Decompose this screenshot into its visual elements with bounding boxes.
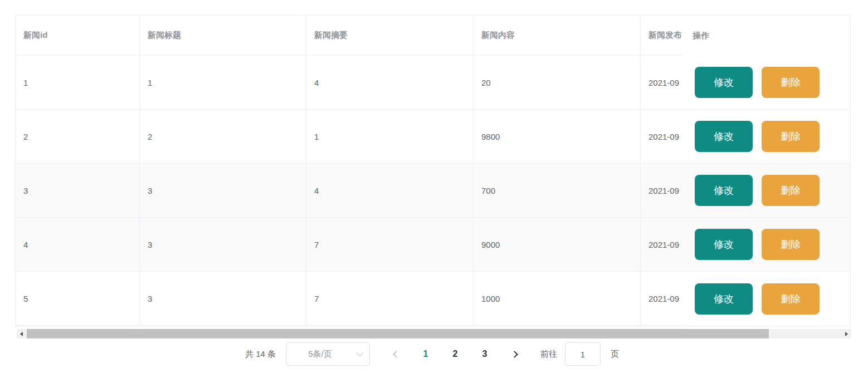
actions-row: 修改 删除 (681, 164, 850, 218)
actions-row: 修改 删除 (681, 56, 850, 110)
edit-button[interactable]: 修改 (695, 121, 753, 152)
cell-news-summary: 4 (306, 56, 474, 109)
cell-news-summary: 7 (306, 272, 474, 325)
cell-news-summary: 1 (306, 110, 474, 163)
chevron-down-icon (357, 350, 364, 357)
scrollbar-right-button[interactable] (842, 329, 851, 338)
page-number-3[interactable]: 3 (476, 345, 494, 363)
goto-label: 前往 (540, 349, 557, 360)
cell-news-summary: 7 (306, 218, 474, 271)
pagination-bar: 共 14 条 5条/页 123 前往 页 (245, 342, 619, 366)
chevron-right-icon (511, 351, 518, 358)
cell-news-id: 5 (16, 272, 140, 325)
total-count-label: 共 14 条 (245, 349, 276, 360)
cell-news-content: 700 (474, 164, 641, 217)
page-number-list: 123 (417, 345, 505, 363)
scrollbar-left-button[interactable] (17, 329, 26, 338)
cell-news-summary: 4 (306, 164, 474, 217)
chevron-left-icon (393, 351, 400, 358)
horizontal-scrollbar[interactable] (17, 329, 851, 338)
delete-button[interactable]: 删除 (762, 229, 820, 260)
edit-button[interactable]: 修改 (695, 229, 753, 260)
cell-news-title: 2 (140, 110, 306, 163)
page-size-select[interactable]: 5条/页 (286, 342, 370, 366)
cell-news-id: 2 (16, 110, 140, 163)
delete-button[interactable]: 删除 (762, 67, 820, 98)
cell-news-content: 20 (474, 56, 641, 109)
cell-news-id: 3 (16, 164, 140, 217)
page-number-1[interactable]: 1 (417, 345, 435, 363)
cell-news-title: 3 (140, 272, 306, 325)
column-header-news-id: 新闻id (16, 16, 140, 55)
column-header-news-summary: 新闻摘要 (306, 16, 474, 55)
cell-news-content: 1000 (474, 272, 641, 325)
fixed-actions-body: 修改 删除 修改 删除 修改 删除 修改 删除 修改 删除 (681, 56, 850, 326)
next-page-button[interactable] (505, 345, 523, 363)
column-header-news-content: 新闻内容 (474, 16, 641, 55)
news-admin-page: 新闻id 新闻标题 新闻摘要 新闻内容 新闻发布 1 1 4 20 2021-0… (0, 0, 868, 383)
edit-button[interactable]: 修改 (695, 67, 753, 98)
edit-button[interactable]: 修改 (695, 175, 753, 206)
actions-row: 修改 删除 (681, 218, 850, 272)
delete-button[interactable]: 删除 (762, 121, 820, 152)
cell-news-title: 3 (140, 218, 306, 271)
edit-button[interactable]: 修改 (695, 283, 753, 315)
delete-button[interactable]: 删除 (762, 283, 820, 315)
column-header-actions: 操作 (681, 16, 850, 56)
cell-news-title: 1 (140, 56, 306, 109)
delete-button[interactable]: 删除 (762, 175, 820, 206)
goto-page-input[interactable] (565, 342, 601, 366)
scrollbar-thumb[interactable] (27, 329, 769, 338)
page-number-2[interactable]: 2 (446, 345, 464, 363)
cell-news-content: 9000 (474, 218, 641, 271)
actions-row: 修改 删除 (681, 110, 850, 164)
scroll-left-arrow-icon (20, 332, 23, 336)
news-table: 新闻id 新闻标题 新闻摘要 新闻内容 新闻发布 1 1 4 20 2021-0… (15, 15, 851, 326)
actions-row: 修改 删除 (681, 272, 850, 326)
page-size-value: 5条/页 (308, 349, 348, 360)
column-header-news-title: 新闻标题 (140, 16, 306, 55)
prev-page-button[interactable] (387, 345, 405, 363)
cell-news-content: 9800 (474, 110, 641, 163)
cell-news-id: 1 (16, 56, 140, 109)
fixed-actions-column: 操作 修改 删除 修改 删除 修改 删除 修改 删除 修改 删除 (681, 16, 850, 326)
cell-news-id: 4 (16, 218, 140, 271)
scroll-right-arrow-icon (845, 332, 848, 336)
page-suffix-label: 页 (611, 349, 619, 360)
cell-news-title: 3 (140, 164, 306, 217)
